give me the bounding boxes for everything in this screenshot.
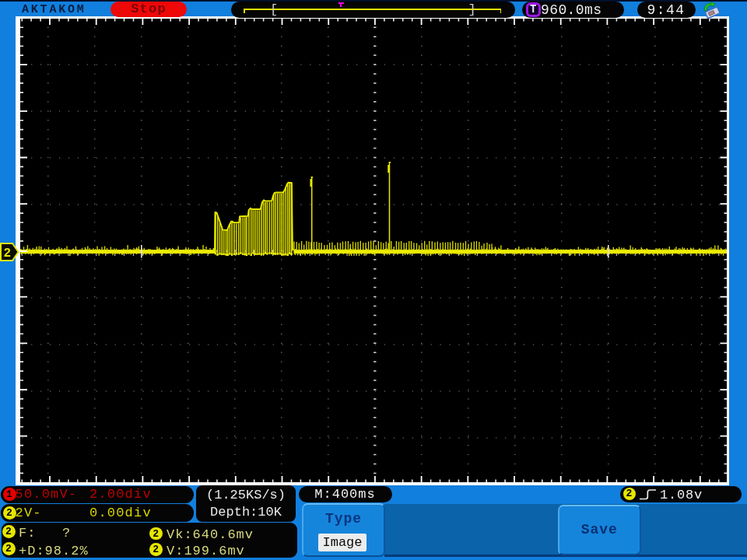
svg-text:2: 2	[4, 247, 12, 261]
